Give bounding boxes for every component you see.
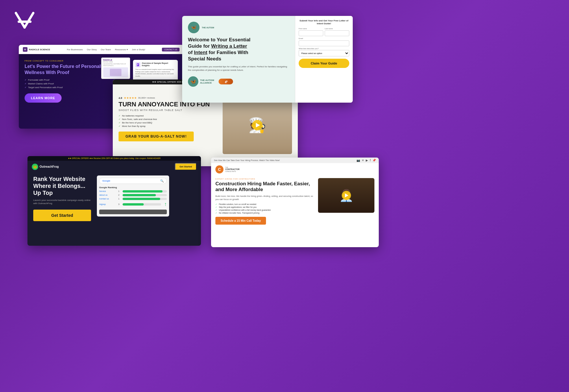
rank-bar-1 <box>123 190 162 193</box>
contractor-headline: Construction Hiring Made Faster, Easier,… <box>215 181 314 193</box>
autism-select-input[interactable]: Please select an option <box>299 50 349 56</box>
contractor-play-btn[interactable] <box>342 191 351 200</box>
bugasalt-stars: ★★★★★ <box>124 96 137 99</box>
autism-inner: 🦋 THE AUTISM Welcome to Your Essential G… <box>182 16 353 103</box>
radicle-brand-tag: RADICLE BRAND-NAME GEOGRAPHIC DISTRIBUTI… <box>101 58 130 79</box>
autism-description: This guide provides you essential tips f… <box>188 65 289 72</box>
autism-bottom-logos: 🦋 THE AUTISMALLIANCE ℯ <box>188 76 289 87</box>
autism-first-name-input[interactable] <box>299 30 323 36</box>
instagram-icon: 📷 <box>356 159 360 162</box>
autism-org-logo: 🦋 <box>188 22 199 33</box>
autism-first-name-label: First name <box>299 28 323 29</box>
svg-rect-6 <box>137 65 138 65</box>
autism-last-name-group: Last name <box>325 28 349 36</box>
contractor-logo-circle: C <box>215 165 223 173</box>
rank-bar-container-2 <box>123 194 167 196</box>
outreach-top-offer: ★★ SPECIAL OFFER!! ★★ Receive 20% OFF Al… <box>27 156 201 161</box>
outreach-headline: Rank Your Website Where it Belongs... Up… <box>33 175 91 196</box>
autism-select-label: What best describes you? <box>299 48 349 49</box>
rank-bar-container-1 <box>123 190 167 193</box>
bugasalt-text: 4.9 ★★★★★ 30,000+ reviews TURN ANNOYANCE… <box>119 96 217 154</box>
outreach-google-text: Google <box>102 180 110 182</box>
outreach-card: ★★ SPECIAL OFFER!! ★★ Receive 20% OFF Al… <box>27 156 201 246</box>
outreach-logo-text: OutreachFrog <box>40 165 59 168</box>
contractor-feature-1: Flexible solution, turn us on/off as nee… <box>215 203 314 205</box>
contractor-feature-2: Skip the junk applications; we filter fo… <box>215 206 314 208</box>
ranking-row-4: /signup 3 ↑ <box>99 201 167 207</box>
contractor-nav: C THE CONTRACTOR CONSULTANTS <box>211 163 379 176</box>
radicle-nav-links: For Businesses Our Story Our Team Resour… <box>56 48 156 51</box>
radicle-report-icon <box>135 62 141 67</box>
contractor-category: EXPERT HIRING FOR CONTRACTORS <box>215 178 314 180</box>
autism-claim-btn[interactable]: Claim Your Guide <box>299 59 349 68</box>
bugasalt-product-image: 🧑‍🍳 <box>223 96 292 154</box>
pinterest-icon: 📌 <box>372 159 376 162</box>
autism-org-name: THE AUTISM <box>202 27 214 29</box>
rank-bar-2 <box>123 194 156 196</box>
autism-email-group: Email <box>299 38 349 46</box>
autism-headline: Welcome to Your Essential Guide for Writ… <box>188 37 289 62</box>
autism-last-name-label: Last name <box>325 28 349 29</box>
radicle-report-title: Overview of Sample Report Insights <box>142 62 176 67</box>
svg-line-0 <box>16 13 25 27</box>
radicle-check-3: Target and Personalize with Proof <box>25 86 116 89</box>
ranking-row-2: /about us 2 <box>99 194 167 196</box>
svg-rect-5 <box>137 64 138 65</box>
bugasalt-content: 4.9 ★★★★★ 30,000+ reviews TURN ANNOYANCE… <box>113 93 298 157</box>
autism-name-row: First name Last name <box>299 28 349 36</box>
contractor-desc: Build more, hire less. We handle the hir… <box>215 195 314 201</box>
outreach-ranking-mock: Google 🔍 Google Ranking Service 1 /about… <box>97 175 169 217</box>
autism-email-input[interactable] <box>299 40 349 46</box>
rank-bar-container-3 <box>123 198 167 200</box>
rank-bar-container-4 <box>123 203 161 206</box>
app-logo <box>14 12 35 29</box>
autism-last-name-input[interactable] <box>325 30 349 36</box>
contractor-nav-logo: C THE CONTRACTOR CONSULTANTS <box>215 165 240 173</box>
outreach-cta-btn[interactable]: Get Started <box>33 210 91 221</box>
bugasalt-feature-2: Non-Toxic, safe and chemical-free <box>119 118 217 121</box>
radicle-nav: R RADICLE SCIENCE For Businesses Our Sto… <box>19 45 184 54</box>
outreach-body: Rank Your Website Where it Belongs... Up… <box>27 173 201 224</box>
radicle-check-2: Market Claims with Proof <box>25 82 116 85</box>
rank-bar-3 <box>123 198 160 200</box>
autism-select-group: What best describes you? Please select a… <box>299 48 349 57</box>
svg-line-1 <box>25 13 33 27</box>
bugasalt-rating-count: 30,000+ reviews <box>138 97 155 99</box>
bugasalt-rating-score: 4.9 <box>119 97 122 99</box>
outreach-nav-cta[interactable]: Get Started <box>175 163 197 170</box>
contractor-feature-3: Unparalleled confidence with a full mone… <box>215 209 314 211</box>
bugasalt-feature-4: More fun than fly spray <box>119 125 217 127</box>
ranking-row-1: Service 1 <box>99 190 167 193</box>
bugasalt-features: No batteries required Non-Toxic, safe an… <box>119 114 217 127</box>
radicle-contact-btn[interactable]: CONTACT US <box>162 48 180 51</box>
autism-org-header: 🦋 THE AUTISM <box>188 22 289 33</box>
contractor-features: Flexible solution, turn us on/off as nee… <box>215 203 314 214</box>
contractor-card: See How We Can Take Over Your Hiring Pro… <box>211 158 379 247</box>
autism-email-label: Email <box>299 38 349 39</box>
bugasalt-image: 🧑‍🍳 <box>223 96 292 154</box>
radicle-learn-btn[interactable]: LEARN MORE <box>25 93 62 103</box>
bugasalt-feature-3: Be the hero of your next BBQ <box>119 121 217 124</box>
contractor-social-icons: 📷 ✕ ▶ f 📌 <box>356 159 376 162</box>
contractor-text: EXPERT HIRING FOR CONTRACTORS Constructi… <box>215 178 314 225</box>
bugasalt-feature-1: No batteries required <box>119 114 217 117</box>
autism-main-content: 🦋 THE AUTISM Welcome to Your Essential G… <box>182 16 295 103</box>
bugasalt-play-btn[interactable] <box>252 120 263 130</box>
svg-rect-4 <box>137 64 138 64</box>
contractor-logo-text: THE CONTRACTOR CONSULTANTS <box>225 167 240 172</box>
outreach-google-bar: Google 🔍 <box>99 178 167 184</box>
rank-bar-4 <box>123 203 144 206</box>
ranking-row-3: /contact us 1 <box>99 197 167 200</box>
contractor-feature-4: No inflated recruiter fees. Transparent … <box>215 212 314 214</box>
bugasalt-cta-btn[interactable]: GRAB YOUR BUG-A-SALT NOW! <box>119 132 194 141</box>
outreach-image: Google 🔍 Google Ranking Service 1 /about… <box>97 175 195 221</box>
autism-form-panel: Submit Your Info and Get Your Free Lette… <box>295 16 353 103</box>
contractor-schedule-btn[interactable]: Schedule a 15 Min Call Today <box>215 217 266 225</box>
twitter-icon: ✕ <box>362 159 364 162</box>
autism-card: 🦋 THE AUTISM Welcome to Your Essential G… <box>182 16 353 103</box>
radicle-checks: Formulate with Proof Market Claims with … <box>25 79 116 89</box>
contractor-top-bar-text: See How We Can Take Over Your Hiring Pro… <box>214 159 280 161</box>
contractor-video: 👨‍💼 <box>318 178 374 225</box>
facebook-icon: f <box>370 159 371 162</box>
outreach-nav-logo: 🐸 OutreachFrog <box>32 164 59 170</box>
